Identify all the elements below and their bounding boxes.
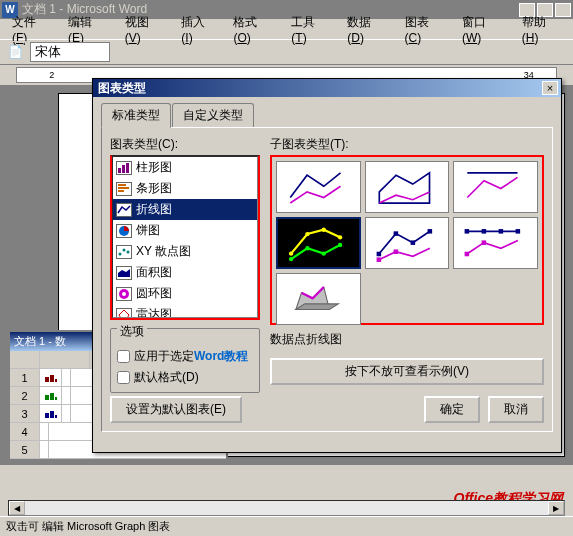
svg-rect-43 [465, 252, 470, 257]
subtype-line-5[interactable] [365, 217, 450, 269]
svg-rect-5 [55, 397, 57, 400]
svg-rect-33 [376, 252, 381, 257]
svg-rect-3 [45, 395, 49, 400]
tab-custom-types[interactable]: 自定义类型 [172, 103, 254, 128]
svg-rect-14 [118, 190, 124, 192]
menu-format[interactable]: 格式(O) [225, 12, 281, 47]
subtype-label: 子图表类型(T): [270, 136, 544, 153]
subtype-line-3[interactable] [453, 161, 538, 213]
chart-type-column[interactable]: 柱形图 [113, 157, 257, 178]
options-label: 选项 [117, 324, 147, 338]
svg-point-32 [338, 243, 342, 247]
svg-point-16 [119, 252, 122, 255]
scroll-left-icon[interactable]: ◀ [9, 501, 25, 515]
menu-chart[interactable]: 图表(C) [397, 12, 452, 47]
menu-data[interactable]: 数据(D) [339, 12, 394, 47]
svg-point-29 [289, 257, 293, 261]
font-select[interactable] [30, 42, 110, 62]
svg-rect-8 [55, 415, 57, 418]
svg-rect-12 [118, 184, 126, 186]
series-icon [40, 387, 62, 404]
dialog-titlebar[interactable]: 图表类型 × [93, 79, 561, 97]
set-default-button[interactable]: 设置为默认图表(E) [110, 396, 242, 423]
cell[interactable] [62, 405, 71, 422]
statusbar: 双击可 编辑 Microsoft Graph 图表 [0, 516, 573, 536]
menu-tools[interactable]: 工具(T) [283, 12, 337, 47]
menu-help[interactable]: 帮助(H) [514, 12, 569, 47]
dialog-tabs: 标准类型 自定义类型 [101, 103, 553, 128]
chart-type-list[interactable]: 柱形图 条形图 折线图 饼图 XY 散点图 面积图 圆环图 雷达图 曲面图 [110, 155, 260, 320]
dialog-close-button[interactable]: × [542, 81, 558, 95]
ok-button[interactable]: 确定 [424, 396, 480, 423]
subtype-line-6[interactable] [453, 217, 538, 269]
subtype-line-1[interactable] [276, 161, 361, 213]
svg-point-26 [305, 232, 309, 236]
dialog-title: 图表类型 [96, 80, 542, 97]
options-group: 选项 应用于选定Word教程 默认格式(D) [110, 328, 260, 393]
pie-chart-icon [116, 224, 132, 238]
subtype-line-2[interactable] [365, 161, 450, 213]
new-doc-icon[interactable]: 📄 [4, 41, 26, 63]
chart-type-radar[interactable]: 雷达图 [113, 304, 257, 318]
chart-type-doughnut[interactable]: 圆环图 [113, 283, 257, 304]
svg-rect-11 [126, 163, 129, 173]
svg-rect-42 [516, 229, 521, 234]
chart-type-label: 图表类型(C): [110, 136, 260, 153]
subtype-line-4-selected[interactable] [276, 217, 361, 269]
chart-type-pie[interactable]: 饼图 [113, 220, 257, 241]
chart-type-dialog: 图表类型 × 标准类型 自定义类型 图表类型(C): 柱形图 条形图 折线图 饼… [92, 78, 562, 453]
svg-marker-19 [118, 269, 130, 277]
subtype-line-7[interactable] [276, 273, 361, 325]
menu-window[interactable]: 窗口(W) [454, 12, 512, 47]
datasheet-icon-col[interactable] [40, 351, 90, 368]
datasheet-corner[interactable] [10, 351, 40, 368]
cell[interactable] [62, 369, 71, 386]
default-format-checkbox[interactable] [117, 371, 130, 384]
row-header-1[interactable]: 1 [10, 369, 40, 386]
svg-rect-34 [393, 231, 398, 236]
row-header-3[interactable]: 3 [10, 405, 40, 422]
bar-chart-icon [116, 182, 132, 196]
line-chart-icon [116, 203, 132, 217]
series-icon [40, 369, 62, 386]
radar-chart-icon [116, 308, 132, 319]
svg-rect-37 [376, 258, 381, 263]
svg-marker-22 [119, 310, 129, 319]
svg-point-25 [289, 251, 293, 255]
cell[interactable] [62, 387, 71, 404]
default-format-label: 默认格式(D) [134, 369, 199, 386]
svg-rect-1 [50, 375, 54, 382]
svg-rect-2 [55, 379, 57, 382]
cell[interactable] [40, 423, 49, 440]
svg-point-17 [123, 248, 126, 251]
svg-marker-24 [379, 173, 429, 203]
svg-point-21 [122, 292, 126, 296]
svg-rect-41 [499, 229, 504, 234]
scatter-chart-icon [116, 245, 132, 259]
apply-to-selection-checkbox[interactable] [117, 350, 130, 363]
cell[interactable] [40, 441, 49, 458]
apply-to-selection-label: 应用于选定Word教程 [134, 348, 248, 365]
tab-standard-types[interactable]: 标准类型 [101, 103, 171, 128]
ruler-mark: 2 [49, 70, 54, 80]
svg-rect-6 [45, 413, 49, 418]
svg-rect-44 [482, 241, 487, 246]
chart-type-line[interactable]: 折线图 [113, 199, 257, 220]
row-header-5[interactable]: 5 [10, 441, 40, 458]
menu-view[interactable]: 视图(V) [117, 12, 172, 47]
series-icon [40, 405, 62, 422]
svg-point-30 [305, 246, 309, 250]
chart-type-bar[interactable]: 条形图 [113, 178, 257, 199]
preview-sample-button[interactable]: 按下不放可查看示例(V) [270, 358, 544, 385]
horizontal-scrollbar[interactable]: ◀ ▶ [8, 500, 565, 516]
column-chart-icon [116, 161, 132, 175]
scroll-track[interactable] [25, 501, 548, 515]
row-header-2[interactable]: 2 [10, 387, 40, 404]
menu-insert[interactable]: 插入(I) [173, 12, 223, 47]
chart-type-area[interactable]: 面积图 [113, 262, 257, 283]
chart-type-scatter[interactable]: XY 散点图 [113, 241, 257, 262]
row-header-4[interactable]: 4 [10, 423, 40, 440]
svg-rect-10 [122, 165, 125, 173]
scroll-right-icon[interactable]: ▶ [548, 501, 564, 515]
cancel-button[interactable]: 取消 [488, 396, 544, 423]
